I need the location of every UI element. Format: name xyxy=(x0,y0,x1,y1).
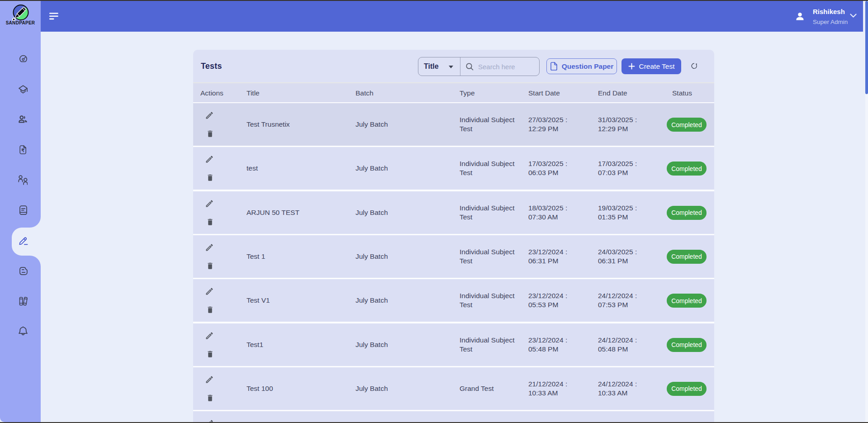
svg-text:₹: ₹ xyxy=(22,148,24,153)
